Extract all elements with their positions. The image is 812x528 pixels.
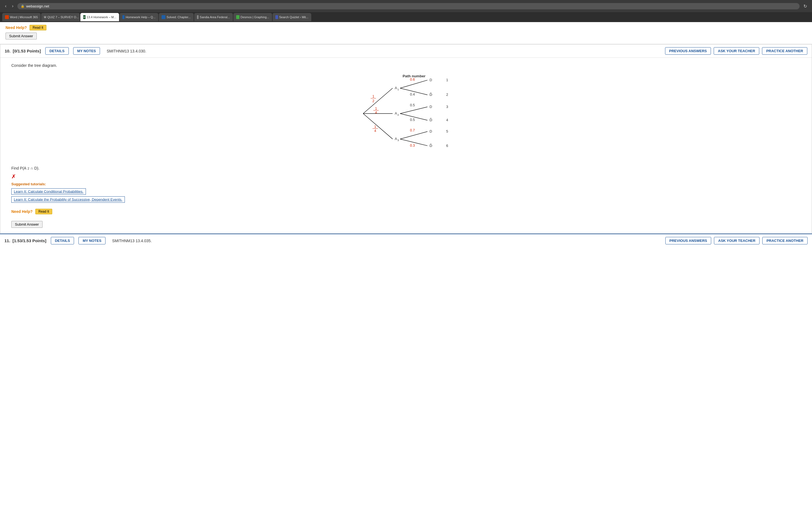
tree-diagram: Path number 1 2 1 4 <box>11 72 801 160</box>
tab-solved[interactable]: Solved: Chapter... <box>159 13 193 21</box>
q11-practice-btn[interactable]: PRACTICE ANOTHER <box>762 237 808 245</box>
svg-text:A: A <box>395 137 397 141</box>
suggested-tutorials-label: Suggested tutorials: <box>11 182 801 186</box>
forward-btn[interactable]: › <box>10 2 15 10</box>
tab-homework[interactable]: W 13.4 Homework – M... <box>81 13 119 21</box>
svg-text:D̄: D̄ <box>430 144 432 148</box>
tab-word[interactable]: Word | Microsoft 365 <box>2 13 41 21</box>
svg-text:D̄: D̄ <box>430 118 432 122</box>
svg-text:4: 4 <box>374 129 376 133</box>
svg-text:1: 1 <box>372 94 374 98</box>
svg-text:A: A <box>395 112 397 115</box>
tutorials-list: Learn It: Calculate Conditional Probabil… <box>11 188 801 204</box>
svg-text:A: A <box>395 86 397 90</box>
svg-text:1: 1 <box>397 88 399 91</box>
read-it-btn-top[interactable]: Read It <box>30 25 46 30</box>
find-p-rest: ∩ D). <box>30 166 40 171</box>
tab-quiz[interactable]: W QUIZ 7 – SURVEY O... <box>41 13 80 21</box>
q10-ask-teacher-btn[interactable]: ASK YOUR TEACHER <box>714 47 759 55</box>
tab-sandia[interactable]: Sandia Area Federal... <box>194 13 233 21</box>
svg-text:1: 1 <box>375 107 377 111</box>
q10-question-text: Consider the tree diagram. <box>11 63 801 68</box>
read-it-btn-q10[interactable]: Read It <box>35 209 52 214</box>
svg-text:0.5: 0.5 <box>410 103 415 107</box>
svg-line-25 <box>400 107 427 114</box>
address-bar[interactable]: 🔒 webassign.net <box>17 3 800 10</box>
svg-text:0.4: 0.4 <box>410 92 415 97</box>
back-btn[interactable]: ‹ <box>3 2 8 10</box>
svg-text:3: 3 <box>397 138 399 142</box>
q10-number-points: 10. [0/1.53 Points] <box>5 48 41 53</box>
svg-line-35 <box>400 131 427 139</box>
tutorial-link-1[interactable]: Learn It: Calculate Conditional Probabil… <box>11 188 86 195</box>
q11-my-notes-btn[interactable]: MY NOTES <box>78 237 105 245</box>
svg-text:2: 2 <box>397 113 399 116</box>
question-10-body: Consider the tree diagram. Path number 1… <box>0 58 812 233</box>
q11-number-points: 11. [1.53/1.53 Points] <box>4 238 46 243</box>
svg-text:D̄: D̄ <box>430 92 432 97</box>
q11-prev-answers-btn[interactable]: PREVIOUS ANSWERS <box>665 237 711 245</box>
submit-answer-btn-top[interactable]: Submit Answer <box>5 33 37 40</box>
svg-text:0.7: 0.7 <box>410 128 415 132</box>
tab-quizlet[interactable]: Search Quizlet › Mit... <box>273 13 311 21</box>
svg-text:D: D <box>430 130 432 133</box>
browser-tabs: Word | Microsoft 365 W QUIZ 7 – SURVEY O… <box>0 12 812 22</box>
svg-line-9 <box>363 114 393 139</box>
question-10-header: 10. [0/1.53 Points] DETAILS MY NOTES SMI… <box>0 44 812 58</box>
svg-text:5: 5 <box>446 130 448 133</box>
tab-hw-help[interactable]: Homework Help – Q... <box>120 13 158 21</box>
tree-svg: Path number 1 2 1 4 <box>329 72 483 160</box>
need-help-row-top: Need Help? Read It <box>5 25 807 30</box>
url-text: webassign.net <box>26 4 49 8</box>
svg-text:4: 4 <box>375 111 377 115</box>
need-help-label-top: Need Help? <box>5 25 27 30</box>
q10-practice-btn[interactable]: PRACTICE ANOTHER <box>762 47 807 55</box>
svg-text:2: 2 <box>372 99 374 103</box>
question-10-section: 10. [0/1.53 Points] DETAILS MY NOTES SMI… <box>0 44 812 234</box>
svg-text:D: D <box>430 105 432 109</box>
q11-right-btns: PREVIOUS ANSWERS ASK YOUR TEACHER PRACTI… <box>665 237 808 245</box>
q10-prev-answers-btn[interactable]: PREVIOUS ANSWERS <box>665 47 711 55</box>
q11-ask-teacher-btn[interactable]: ASK YOUR TEACHER <box>714 237 759 245</box>
find-p-text: Find P(A <box>11 166 26 171</box>
svg-text:2: 2 <box>446 93 448 97</box>
q11-id: SMITHNM13 13.4.035. <box>112 239 151 243</box>
find-p-subscript: 2 <box>27 166 29 170</box>
svg-line-1 <box>363 88 393 114</box>
find-p-row: Find P(A2 ∩ D). <box>11 166 801 171</box>
svg-text:1: 1 <box>374 125 376 129</box>
svg-text:6: 6 <box>446 144 448 148</box>
q10-details-btn[interactable]: DETAILS <box>45 47 69 55</box>
q11-details-btn[interactable]: DETAILS <box>51 237 74 245</box>
question-11-section: 11. [1.53/1.53 Points] DETAILS MY NOTES … <box>0 234 812 247</box>
page-content: Need Help? Read It Submit Answer 10. [0/… <box>0 22 812 247</box>
svg-text:1: 1 <box>446 78 448 82</box>
need-help-label-q10: Need Help? <box>11 209 33 214</box>
svg-text:3: 3 <box>446 105 448 109</box>
reload-btn[interactable]: ↻ <box>802 2 809 10</box>
q10-my-notes-btn[interactable]: MY NOTES <box>73 47 100 55</box>
tutorial-link-2[interactable]: Learn It: Calculate the Probability of S… <box>11 196 125 203</box>
q10-id: SMITHNM13 13.4.030. <box>106 49 146 53</box>
q10-right-btns: PREVIOUS ANSWERS ASK YOUR TEACHER PRACTI… <box>665 47 807 55</box>
prev-section: Need Help? Read It Submit Answer <box>0 22 812 44</box>
svg-text:D: D <box>430 78 432 82</box>
wrong-mark: ✗ <box>11 173 801 180</box>
svg-text:0.3: 0.3 <box>410 144 415 147</box>
browser-chrome: ‹ › 🔒 webassign.net ↻ <box>0 0 812 12</box>
lock-icon: 🔒 <box>21 4 25 8</box>
need-help-row-q10: Need Help? Read It <box>11 209 801 214</box>
submit-answer-btn-q10[interactable]: Submit Answer <box>11 221 43 228</box>
svg-text:0.5: 0.5 <box>410 118 415 122</box>
svg-text:0.6: 0.6 <box>410 78 415 82</box>
svg-text:4: 4 <box>446 118 448 122</box>
tab-desmos[interactable]: Desmos | Graphing... <box>233 13 272 21</box>
